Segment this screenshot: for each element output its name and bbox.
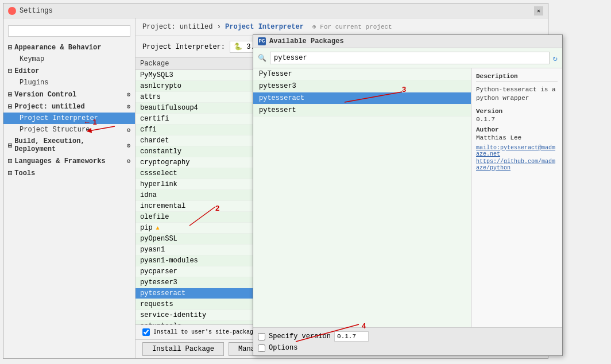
expand-icon: ⊞ — [8, 169, 12, 177]
package-column-header: Package — [140, 60, 169, 68]
sidebar-item-plugins[interactable]: Plugins — [3, 77, 135, 88]
popup-app-icon: PC — [258, 37, 266, 45]
sidebar-label: Keymap — [20, 55, 44, 63]
expand-icon: ⊞ — [8, 141, 12, 150]
popup-search-input[interactable] — [270, 52, 550, 64]
interpreter-label: Project Interpreter: — [142, 43, 225, 51]
popup-package-item[interactable]: pytesser3 — [253, 80, 471, 92]
app-icon — [8, 7, 16, 15]
popup-title: Available Packages — [269, 37, 344, 45]
available-packages-popup: PC Available Packages 🔍 ↻ PyTesserpytess… — [253, 34, 563, 356]
sidebar-label: Project Interpreter — [20, 114, 98, 122]
breadcrumb-project: Project: untitled — [142, 23, 212, 31]
options-row: Options — [258, 344, 558, 352]
popup-search-bar: 🔍 ↻ — [253, 48, 562, 68]
gear-icon: ⚙ — [126, 157, 130, 165]
sidebar-search[interactable] — [8, 25, 130, 37]
expand-icon: ⊟ — [8, 102, 12, 111]
popup-description-panel: Description Python-tesseract is a python… — [471, 68, 562, 327]
sidebar-label: Project Structure — [20, 126, 90, 134]
sidebar-label: Plugins — [20, 79, 48, 87]
specify-version-checkbox[interactable] — [258, 333, 265, 340]
sidebar-item-languages[interactable]: ⊞ Languages & Frameworks ⚙ — [3, 155, 135, 167]
gear-icon: ⚙ — [126, 103, 130, 110]
sidebar-item-tools[interactable]: ⊞ Tools — [3, 167, 135, 179]
titlebar: Settings ✕ — [3, 3, 548, 18]
breadcrumb-separator: › — [217, 23, 225, 31]
github-link[interactable]: https://github.com/madmaze/python — [476, 158, 558, 171]
options-checkbox[interactable] — [258, 344, 265, 352]
expand-icon: ⊞ — [8, 90, 12, 99]
install-path-checkbox[interactable] — [142, 328, 150, 336]
popup-content: PyTesserpytesser3pytesseractpytessert De… — [253, 68, 562, 327]
popup-package-item[interactable]: pytessert — [253, 104, 471, 117]
breadcrumb-note: ⊕ For current project — [312, 24, 392, 30]
expand-icon: ⊞ — [8, 157, 12, 165]
sidebar-label: Build, Execution, Deployment — [14, 137, 124, 153]
titlebar-left: Settings — [8, 7, 53, 15]
gear-icon: ⚙ — [126, 91, 130, 98]
email-link[interactable]: mailto:pytesseract@madmaze.net — [476, 145, 558, 157]
breadcrumb: Project: untitled › Project Interpreter … — [142, 23, 541, 31]
install-package-button[interactable]: Install Package — [142, 342, 224, 356]
author-label: Author — [476, 126, 558, 133]
version-value: 0.1.7 — [476, 116, 558, 123]
refresh-icon[interactable]: ↻ — [553, 53, 558, 63]
sidebar-item-project-structure[interactable]: Project Structure ⚙ — [3, 124, 135, 135]
specify-version-label: Specify version — [269, 332, 331, 340]
sidebar-item-editor[interactable]: ⊟ Editor — [3, 65, 135, 77]
sidebar-label: Appearance & Behavior — [14, 44, 101, 52]
expand-icon: ⊟ — [8, 67, 12, 75]
sidebar: ⊟ Appearance & Behavior Keymap ⊟ Editor … — [3, 18, 136, 358]
breadcrumb-current: Project Interpreter — [225, 23, 304, 31]
popup-package-item[interactable]: PyTesser — [253, 68, 471, 80]
sidebar-label: Editor — [14, 67, 39, 75]
popup-header: PC Available Packages — [253, 35, 562, 48]
close-button[interactable]: ✕ — [534, 6, 543, 16]
sidebar-label: Project: untitled — [14, 103, 84, 111]
main-header: Project: untitled › Project Interpreter … — [136, 18, 548, 36]
expand-icon: ⊟ — [8, 43, 12, 52]
version-label: Version — [476, 108, 558, 115]
gear-icon: ⚙ — [126, 142, 130, 149]
window-title: Settings — [20, 7, 53, 15]
description-header: Description — [476, 73, 558, 82]
specify-version-input[interactable] — [334, 331, 369, 342]
search-icon: 🔍 — [258, 54, 266, 63]
popup-bottom-options: Specify version Options — [253, 327, 562, 355]
options-label: Options — [269, 344, 297, 352]
sidebar-label: Tools — [14, 169, 35, 177]
sidebar-item-appearance[interactable]: ⊟ Appearance & Behavior — [3, 41, 135, 53]
gear-icon: ⚙ — [126, 126, 130, 134]
popup-package-list[interactable]: PyTesserpytesser3pytesseractpytessert — [253, 68, 471, 327]
description-text: Python-tesseract is a python wrapper — [476, 86, 558, 103]
sidebar-label: Languages & Frameworks — [14, 157, 105, 165]
popup-package-item[interactable]: pytesseract — [253, 92, 471, 104]
sidebar-item-version-control[interactable]: ⊞ Version Control ⚙ — [3, 88, 135, 100]
author-value: Matthias Lee — [476, 134, 558, 141]
sidebar-item-build[interactable]: ⊞ Build, Execution, Deployment ⚙ — [3, 135, 135, 155]
sidebar-label: Version Control — [14, 91, 76, 99]
sidebar-item-project-interpreter[interactable]: Project Interpreter — [3, 113, 135, 124]
sidebar-item-keymap[interactable]: Keymap — [3, 53, 135, 65]
specify-version-row: Specify version — [258, 331, 558, 342]
sidebar-item-project[interactable]: ⊟ Project: untitled ⚙ — [3, 100, 135, 113]
